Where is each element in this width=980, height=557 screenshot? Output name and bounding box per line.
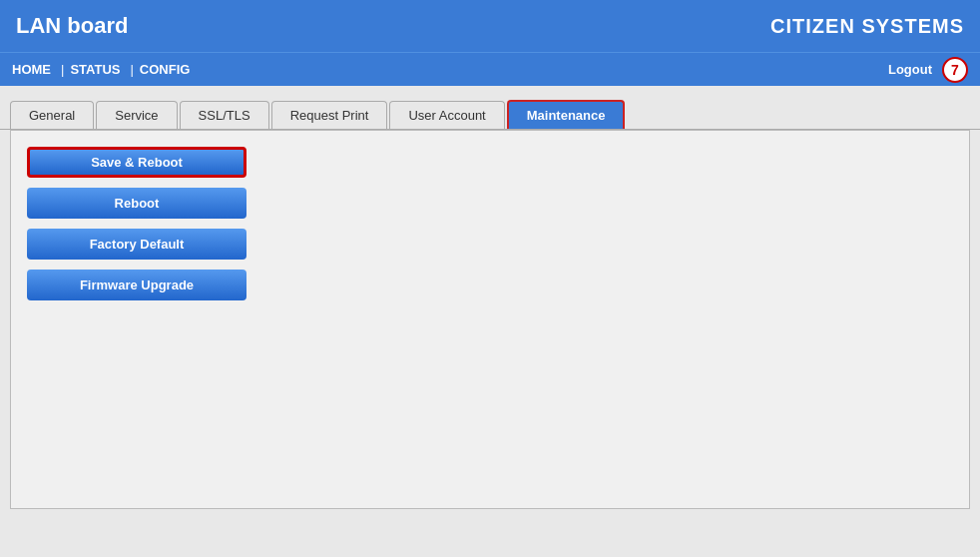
tab-service[interactable]: Service	[96, 101, 177, 129]
nav-sep1: |	[61, 62, 64, 77]
save-reboot-button[interactable]: Save & Reboot	[27, 147, 246, 178]
tab-user-account[interactable]: User Account	[389, 101, 504, 129]
header: LAN board CITIZEN SYSTEMS	[0, 0, 980, 52]
main-wrapper: Save & Reboot Reboot Factory Default Fir…	[0, 130, 980, 557]
reboot-button[interactable]: Reboot	[27, 188, 246, 219]
navbar: HOME | STATUS | CONFIG Logout 7	[0, 52, 980, 86]
badge-number: 7	[942, 57, 968, 83]
nav-sep2: |	[130, 62, 133, 77]
tabs-bar: General Service SSL/TLS Request Print Us…	[0, 86, 980, 130]
tab-ssl-tls[interactable]: SSL/TLS	[180, 101, 269, 129]
logout-link[interactable]: Logout	[888, 62, 932, 77]
nav-status[interactable]: STATUS	[70, 62, 120, 77]
tab-general[interactable]: General	[10, 101, 94, 129]
nav-config[interactable]: CONFIG	[140, 62, 191, 77]
page-title: LAN board	[16, 13, 128, 39]
tab-request-print[interactable]: Request Print	[271, 101, 388, 129]
brand-name: CITIZEN SYSTEMS	[770, 15, 964, 38]
nav-home[interactable]: HOME	[12, 62, 51, 77]
firmware-upgrade-button[interactable]: Firmware Upgrade	[27, 270, 246, 300]
content-panel: Save & Reboot Reboot Factory Default Fir…	[10, 130, 970, 509]
factory-default-button[interactable]: Factory Default	[27, 229, 246, 260]
tab-maintenance[interactable]: Maintenance	[507, 100, 626, 129]
